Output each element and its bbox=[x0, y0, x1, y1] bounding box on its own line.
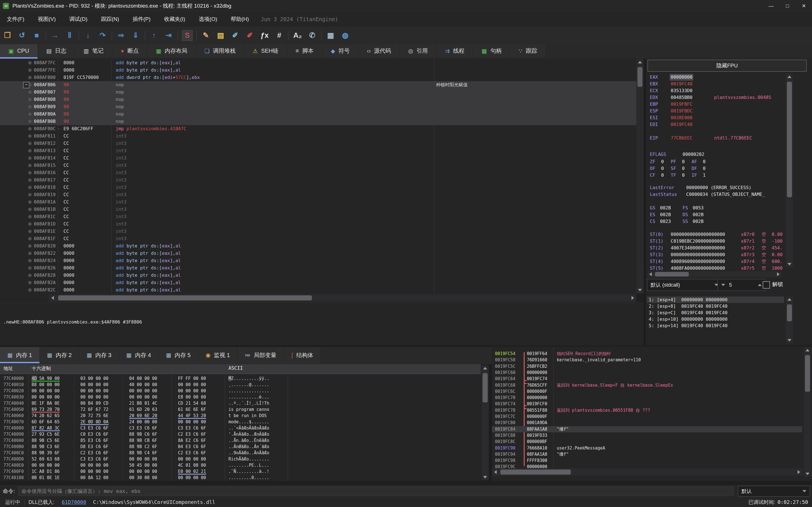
disasm-row[interactable]: 008AF7FC0000add byte ptr ds:[eax],al bbox=[0, 59, 636, 66]
dump-row[interactable]: 77C400004D 5A 90 0003 00 00 0004 00 00 0… bbox=[0, 376, 481, 382]
disasm-row[interactable]: 008AF817CCint3 bbox=[0, 176, 636, 184]
disasm-row[interactable]: 008AF800019F CC570000add dword ptr ds:[e… bbox=[0, 74, 636, 81]
breakpoint-dot-icon[interactable] bbox=[28, 244, 32, 248]
tab-watch-1[interactable]: ◉监视 1 bbox=[198, 347, 238, 363]
stack-row[interactable]: 0019FC5C26BFFCB2 bbox=[492, 363, 802, 370]
dll-address-link[interactable]: 61D70000 bbox=[62, 499, 86, 505]
command-input[interactable] bbox=[18, 487, 734, 496]
tab-memory-2[interactable]: ▦内存 2 bbox=[40, 347, 80, 363]
stack-vscrollbar[interactable] bbox=[804, 347, 811, 477]
disasm-row[interactable]: 008AF81DCCint3 bbox=[0, 220, 636, 228]
breakpoint-dot-icon[interactable] bbox=[28, 259, 32, 262]
breakpoint-dot-icon[interactable] bbox=[28, 120, 32, 123]
disasm-row[interactable]: 008AF8280000add byte ptr ds:[eax],al bbox=[0, 272, 636, 279]
tab-breakpoints[interactable]: ●断点 bbox=[112, 44, 148, 57]
breakpoint-dot-icon[interactable] bbox=[28, 230, 32, 233]
breakpoint-dot-icon[interactable] bbox=[28, 156, 32, 160]
unlock-checkbox[interactable] bbox=[763, 281, 770, 289]
stack-row[interactable]: 0019FC7000000000 bbox=[492, 395, 802, 401]
dump-row[interactable]: 77C4009027 93 C5 6EC0 E3 C6 6F88 9B C6 6… bbox=[0, 431, 481, 437]
breakpoint-dot-icon[interactable] bbox=[28, 164, 32, 167]
breakpoint-dot-icon[interactable] bbox=[28, 266, 32, 270]
disasm-row[interactable]: 008AF8260000add byte ptr ds:[eax],al bbox=[0, 264, 636, 272]
menu-item-3[interactable]: 跟踪(N) bbox=[94, 15, 126, 23]
calling-convention-select[interactable]: 默认 (stdcall) bbox=[647, 279, 722, 291]
assemble-icon[interactable]: ✎ bbox=[199, 29, 213, 42]
tab-script[interactable]: ≡脚本 bbox=[287, 44, 322, 57]
dump-row[interactable]: 77C4002000 00 00 0000 00 00 0000 00 00 0… bbox=[0, 388, 481, 394]
disasm-row[interactable]: 008AF80C-E9 6BC2B6FFjmp plantsvszombies.… bbox=[0, 125, 636, 132]
breakpoint-dot-icon[interactable] bbox=[28, 149, 32, 153]
stack-row[interactable]: 0019FC8408FAA1A8"爡f" bbox=[492, 426, 802, 432]
comment-icon[interactable]: ▤ bbox=[213, 29, 228, 42]
breakpoint-dot-icon[interactable] bbox=[28, 91, 32, 94]
font-icon[interactable]: A₂ bbox=[290, 29, 305, 42]
tab-cpu[interactable]: ▣CPU bbox=[0, 44, 38, 57]
stack-row[interactable]: 0019FC740019FCF0 bbox=[492, 401, 802, 407]
breakpoint-dot-icon[interactable] bbox=[28, 98, 32, 101]
breakpoint-dot-icon[interactable] bbox=[28, 237, 32, 240]
hash-icon[interactable]: # bbox=[272, 29, 287, 42]
disasm-row[interactable]: 008AF8220000add byte ptr ds:[eax],al bbox=[0, 250, 636, 257]
breakpoint-dot-icon[interactable] bbox=[28, 134, 32, 138]
dump-stack-splitter[interactable] bbox=[489, 364, 492, 481]
disasm-row[interactable]: 008AF80790nop bbox=[0, 89, 636, 96]
arg-row-4[interactable]: 4: [esp+10] 00000000 00000000 bbox=[649, 316, 727, 322]
args-vscrollbar[interactable] bbox=[786, 296, 793, 343]
disasm-row[interactable]: 008AF81ACCint3 bbox=[0, 199, 636, 206]
stack-row[interactable]: 0019FC9076668A10user32.PeekMessageA bbox=[492, 445, 802, 451]
disasm-row[interactable]: 008AF80890nop bbox=[0, 96, 636, 103]
disasm-row[interactable]: −008AF80690nop种植时阳光赋值 bbox=[0, 81, 636, 89]
stack-row[interactable]: 0019FC7C0000000F bbox=[492, 413, 802, 419]
open-file-icon[interactable]: ❐ bbox=[0, 29, 15, 42]
breakpoint-dot-icon[interactable] bbox=[28, 61, 32, 64]
breakpoint-dot-icon[interactable] bbox=[28, 112, 32, 116]
dump-row[interactable]: 77C400E000 00 00 0000 00 00 0050 45 00 0… bbox=[0, 462, 481, 468]
breakpoint-dot-icon[interactable] bbox=[28, 208, 32, 211]
tab-memory-1[interactable]: ▦内存 1 bbox=[0, 347, 40, 363]
dump-row[interactable]: 77C4005069 73 20 7072 6F 67 7261 6D 20 6… bbox=[0, 406, 481, 412]
disasm-row[interactable]: 008AF81BCCint3 bbox=[0, 206, 636, 213]
stack-hscrollbar[interactable] bbox=[492, 468, 802, 476]
stack-row[interactable]: 0019FC7800551F88返回到 plantsvszombies.0055… bbox=[492, 407, 802, 413]
breakpoint-dot-icon[interactable] bbox=[28, 274, 32, 277]
tab-struct[interactable]: ∫结构体 bbox=[284, 347, 321, 363]
stack-row[interactable]: 0019FC640019FC74 bbox=[492, 376, 802, 382]
tab-log[interactable]: ▤日志 bbox=[38, 44, 75, 57]
registers-pane[interactable]: 隐藏FPU EAX00000000EBX0019FC40ECX035133D0E… bbox=[646, 59, 812, 345]
tab-source[interactable]: ‹›源代码 bbox=[358, 44, 400, 57]
breakpoint-dot-icon[interactable] bbox=[28, 178, 32, 182]
disasm-row[interactable]: 008AF812CCint3 bbox=[0, 140, 636, 147]
menu-item-1[interactable]: 视图(V) bbox=[31, 15, 62, 23]
dump-row[interactable]: 77C400F01C A8 D1 8600 00 00 0000 00 00 0… bbox=[0, 468, 481, 474]
breakpoint-dot-icon[interactable] bbox=[28, 142, 32, 145]
disasm-row[interactable]: 008AF818CCint3 bbox=[0, 184, 636, 191]
menu-item-7[interactable]: 帮助(H) bbox=[224, 15, 256, 23]
disasm-row[interactable]: 008AF7FE0000add byte ptr ds:[eax],al bbox=[0, 66, 636, 74]
label-icon[interactable]: ✐ bbox=[228, 29, 243, 42]
run-to-cursor-icon[interactable]: ⇥ bbox=[161, 29, 176, 42]
tab-memory-5[interactable]: ▦内存 5 bbox=[158, 347, 198, 363]
arg-count-spinner[interactable]: 5 bbox=[717, 279, 765, 291]
breakpoint-dot-icon[interactable] bbox=[28, 252, 32, 255]
breakpoint-dot-icon[interactable] bbox=[28, 105, 32, 109]
breakpoint-dot-icon[interactable] bbox=[28, 222, 32, 226]
tab-notes[interactable]: ▥笔记 bbox=[75, 44, 112, 57]
breakpoint-dot-icon[interactable] bbox=[28, 201, 32, 204]
disasm-hscrollbar[interactable] bbox=[49, 294, 636, 301]
tab-memory-4[interactable]: ▦内存 4 bbox=[119, 347, 159, 363]
stack-pane[interactable]: 0019FC540019FF64指向SEH_Record[1]的指针0019FC… bbox=[492, 347, 812, 481]
disasm-row[interactable]: 008AF82C0000add byte ptr ds:[eax],al bbox=[0, 286, 636, 294]
dump-row[interactable]: 77C4003000 00 00 0000 00 00 0000 00 00 0… bbox=[0, 394, 481, 400]
stack-row[interactable]: 0019FC880019FD33 bbox=[492, 432, 802, 439]
tab-memory-3[interactable]: ▦内存 3 bbox=[79, 347, 119, 363]
breakpoint-dot-icon[interactable] bbox=[28, 76, 32, 79]
menu-item-2[interactable]: 调试(D) bbox=[63, 15, 94, 23]
breakpoint-dot-icon[interactable] bbox=[28, 288, 32, 292]
bookmark-icon[interactable]: ✐ bbox=[243, 29, 257, 42]
menu-item-6[interactable]: 选项(O) bbox=[192, 15, 224, 23]
disasm-row[interactable]: 008AF81FCCint3 bbox=[0, 235, 636, 242]
tab-threads[interactable]: ⇉线程 bbox=[437, 44, 473, 57]
disasm-row[interactable]: 008AF815CCint3 bbox=[0, 162, 636, 169]
restart-icon[interactable]: ↺ bbox=[15, 29, 29, 42]
